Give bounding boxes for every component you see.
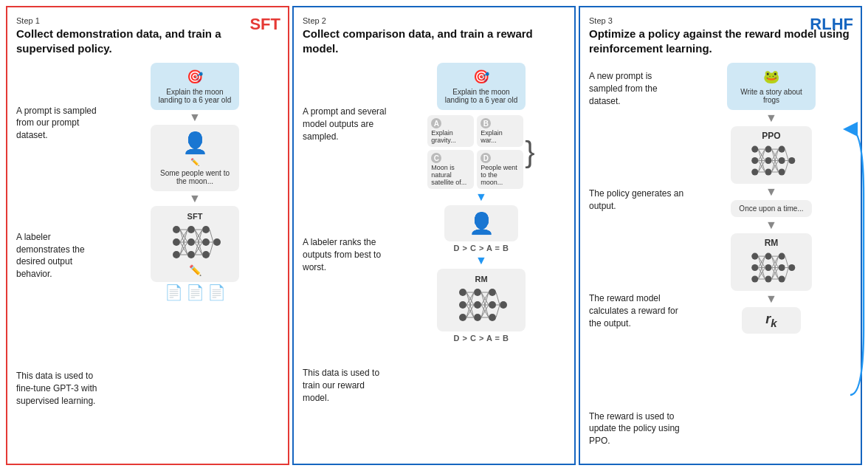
- svg-point-2: [173, 251, 180, 258]
- svg-line-61: [496, 305, 500, 317]
- step1-desc3: This data is used to fine-tune GPT-3 wit…: [16, 370, 105, 407]
- step1-title: Collect demonstration data, and train a …: [16, 27, 279, 55]
- rk-label: rk: [765, 312, 776, 326]
- step1-desc1: A prompt is sampled from our prompt data…: [16, 105, 105, 142]
- step1-descriptions: A prompt is sampled from our prompt data…: [16, 63, 105, 455]
- step1-content: A prompt is sampled from our prompt data…: [16, 63, 279, 455]
- docs-row: 📄 📄 📄: [165, 283, 226, 301]
- step2-title: Collect comparison data, and train a rew…: [303, 27, 565, 55]
- svg-line-90: [785, 149, 788, 160]
- output-cell-d: D People went to the moon...: [477, 150, 523, 189]
- output-text-b: Explain war...: [480, 129, 520, 144]
- step3-diagram: 🐸 Write a story about frogs ▼ PPO: [691, 63, 852, 455]
- step2-desc3: This data is used to train our reward mo…: [303, 367, 391, 404]
- rk-box: rk: [742, 307, 801, 334]
- ranking2: D > C > A = B: [453, 334, 509, 343]
- step2-label: Step 2: [303, 16, 565, 25]
- svg-point-1: [173, 238, 180, 246]
- svg-point-64: [751, 168, 758, 175]
- svg-point-32: [459, 301, 466, 309]
- step2-outputs-row: A Explain gravity... B Explain war... C …: [427, 115, 534, 189]
- step1-prompt-text: Explain the moon landing to a 6 year old: [158, 88, 232, 104]
- svg-point-97: [765, 264, 771, 271]
- ppo-box: PPO: [731, 126, 812, 184]
- ppo-neural-net: [748, 142, 796, 179]
- step3-desc1: A new prompt is sampled from the dataset…: [589, 70, 685, 107]
- svg-point-9: [213, 238, 221, 246]
- step1-prompt-box: 🎯 Explain the moon landing to a 6 year o…: [151, 63, 239, 110]
- step3-descriptions: A new prompt is sampled from the dataset…: [589, 63, 685, 455]
- svg-point-100: [778, 264, 785, 271]
- svg-point-98: [765, 275, 771, 282]
- svg-point-96: [765, 253, 771, 260]
- step1-diagram: 🎯 Explain the moon landing to a 6 year o…: [111, 63, 279, 455]
- svg-line-121: [785, 256, 788, 267]
- svg-point-63: [751, 157, 758, 164]
- svg-point-34: [474, 289, 481, 296]
- letter-c: C: [431, 153, 441, 163]
- arrow2: ▼: [189, 193, 201, 204]
- step3-arrow1: ▼: [765, 112, 777, 124]
- svg-point-40: [500, 301, 507, 309]
- svg-point-37: [489, 289, 496, 296]
- svg-line-123: [785, 268, 788, 279]
- svg-point-8: [202, 251, 210, 258]
- svg-line-28: [210, 230, 213, 242]
- curly-brace-icon: }: [525, 142, 534, 162]
- step2-model-box: RM: [437, 269, 526, 331]
- output-cell-b: B Explain war...: [477, 115, 523, 147]
- step2-avatar-box: 👤: [444, 205, 518, 241]
- svg-point-66: [765, 157, 771, 164]
- step2-desc2: A labeler ranks the outputs from best to…: [303, 236, 391, 273]
- svg-point-6: [202, 226, 210, 233]
- svg-line-30: [210, 242, 213, 255]
- edit-icon1: ✏️: [190, 158, 199, 166]
- svg-point-31: [459, 289, 466, 296]
- step1-model-box: SFT: [151, 206, 239, 282]
- step3-desc4: The reward is used to update the policy …: [589, 410, 685, 447]
- svg-line-92: [785, 161, 788, 172]
- doc-icon2: 📄: [186, 283, 204, 301]
- sft-badge: SFT: [249, 15, 280, 34]
- svg-point-39: [489, 314, 496, 321]
- svg-point-7: [202, 238, 210, 246]
- step2-prompt-text: Explain the moon landing to a 6 year old: [444, 88, 518, 104]
- rm-neural-net2: [748, 250, 796, 286]
- step2-prompt-icon: 🎯: [473, 69, 489, 85]
- svg-point-33: [459, 314, 466, 321]
- svg-point-99: [778, 253, 785, 260]
- step3-arrow2: ▼: [765, 186, 777, 198]
- step3-prompt-box: 🐸 Write a story about frogs: [727, 63, 816, 110]
- svg-point-36: [474, 314, 481, 321]
- letter-d: D: [480, 153, 491, 163]
- step3-output-text: Once upon a time...: [739, 204, 803, 213]
- svg-line-59: [496, 292, 500, 305]
- arrow-blue2: ▼: [475, 255, 487, 267]
- step2-avatar-icon: 👤: [469, 211, 495, 236]
- doc-icon1: 📄: [165, 283, 183, 301]
- main-container: SFT Step 1 Collect demonstration data, a…: [0, 0, 868, 471]
- step2-descriptions: A prompt and several model outputs are s…: [303, 63, 391, 455]
- step2-desc1: A prompt and several model outputs are s…: [303, 106, 391, 142]
- step3-desc3: The reward model calculates a reward for…: [589, 292, 685, 329]
- letter-a: A: [431, 118, 441, 128]
- svg-point-94: [751, 264, 758, 271]
- svg-point-71: [788, 157, 795, 164]
- panel-rlhf: RLHF Step 3 Optimize a policy against th…: [579, 6, 862, 465]
- rm-label: RM: [765, 238, 779, 248]
- step2-model-label: RM: [475, 275, 487, 283]
- rlhf-feedback-arrow: [843, 122, 865, 402]
- output-cell-c: C Moon is natural satellite of...: [427, 150, 474, 189]
- step1-label: Step 1: [16, 16, 279, 25]
- step2-outputs-grid: A Explain gravity... B Explain war... C …: [427, 115, 523, 189]
- svg-point-0: [173, 226, 180, 233]
- svg-point-95: [751, 275, 758, 282]
- step3-arrow4: ▼: [765, 293, 777, 305]
- svg-point-5: [187, 251, 195, 258]
- avatar-icon: 👤: [182, 131, 208, 155]
- step2-diagram: 🎯 Explain the moon landing to a 6 year o…: [397, 63, 565, 455]
- step3-desc2: The policy generates an output.: [589, 188, 685, 213]
- arrow1: ▼: [189, 111, 201, 123]
- step1-avatar-box: 👤 ✏️ Some people went to the moon...: [151, 125, 239, 191]
- step1-avatar-text: Some people went to the moon...: [156, 169, 233, 185]
